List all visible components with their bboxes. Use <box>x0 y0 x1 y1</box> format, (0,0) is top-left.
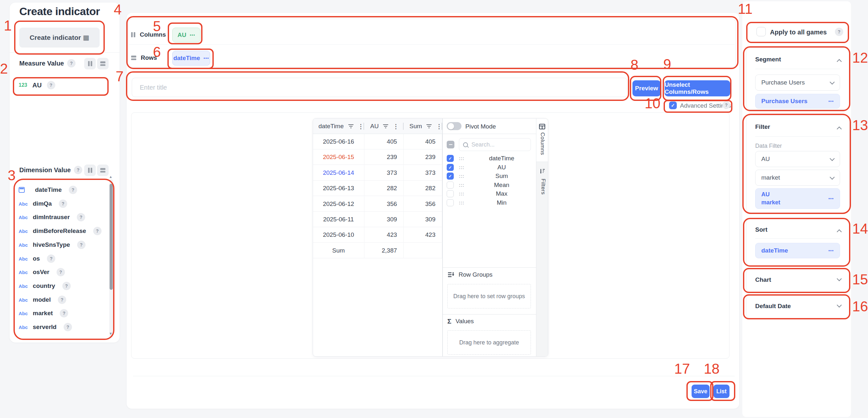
annotation-box-16 <box>743 294 850 319</box>
annotation-box-9 <box>663 76 732 101</box>
tab-divider <box>536 162 548 162</box>
pivot-field-min[interactable]: :::Min <box>447 198 536 207</box>
cell-au: 405 <box>365 134 404 149</box>
row-groups-header: Row Groups <box>447 271 493 278</box>
filter-icon[interactable] <box>383 124 388 129</box>
annotation-number-3: 3 <box>8 168 16 183</box>
row-groups-dropzone[interactable]: Drag here to set row groups <box>447 284 531 309</box>
cell-datetime: 2025-06-11 <box>313 212 365 227</box>
filter-icon[interactable] <box>427 124 432 129</box>
cell-au: 373 <box>365 165 404 180</box>
cell-au: 2,387 <box>365 243 404 258</box>
annotation-box-15 <box>743 268 850 293</box>
page-title: Create indicator <box>19 5 100 18</box>
cell-au: 239 <box>365 150 404 164</box>
annotation-box-18 <box>710 381 735 401</box>
filter-icon[interactable] <box>348 124 353 129</box>
grid-header-datetime[interactable]: dateTime ⋮ <box>318 119 364 134</box>
annotation-number-2: 2 <box>0 62 8 76</box>
annotation-box-2 <box>13 77 108 96</box>
drag-handle-icon[interactable]: ::: <box>459 200 464 205</box>
annotation-box-6 <box>167 49 214 69</box>
values-header: Σ Values <box>447 317 474 325</box>
annotation-number-5: 5 <box>153 19 161 33</box>
measure-section-title: Measure Value <box>19 60 64 67</box>
field-checkbox[interactable] <box>447 190 454 197</box>
dimension-columns-view-button[interactable] <box>84 164 96 176</box>
tab-filters-label: Filters <box>540 179 546 195</box>
header-label: Sum <box>409 123 422 130</box>
drag-handle-icon[interactable]: ::: <box>459 174 464 178</box>
header-separator <box>403 123 404 130</box>
annotation-number-6: 6 <box>153 45 161 59</box>
annotation-number-10: 10 <box>645 96 660 110</box>
cell-datetime: 2025-06-15 <box>313 150 365 164</box>
drag-handle-icon[interactable]: ::: <box>459 183 464 187</box>
measure-rows-view-button[interactable] <box>97 58 108 69</box>
dimension-section-header: Dimension Value ? <box>19 166 82 174</box>
pivot-field-datetime[interactable]: ✓:::dateTime <box>447 154 536 163</box>
grid-header-sum[interactable]: Sum ⋮ <box>409 119 442 134</box>
select-all-fields-checkbox[interactable] <box>447 141 455 149</box>
tab-columns-label: Columns <box>539 132 546 155</box>
dimension-help-icon[interactable]: ? <box>74 166 82 174</box>
grid-header-au[interactable]: AU ⋮ <box>370 119 404 134</box>
annotation-box-7 <box>126 71 629 101</box>
pivot-mode-toggle[interactable] <box>447 122 462 130</box>
cell-sum: 356 <box>404 196 442 212</box>
cell-sum <box>404 243 442 258</box>
field-checkbox[interactable]: ✓ <box>447 172 454 180</box>
row-groups-icon <box>447 271 455 278</box>
column-menu-icon[interactable]: ⋮ <box>393 123 399 129</box>
row-groups-title: Row Groups <box>459 271 493 278</box>
field-checkbox[interactable]: ✓ <box>447 155 454 162</box>
measure-help-icon[interactable]: ? <box>67 59 75 67</box>
cell-au: 423 <box>365 227 404 242</box>
field-label: Max <box>469 190 535 197</box>
values-dropzone[interactable]: Drag here to aggregate <box>447 330 531 355</box>
columns-tab-icon <box>539 123 545 130</box>
cell-datetime: 2025-06-10 <box>313 227 365 242</box>
annotation-number-8: 8 <box>630 58 638 72</box>
dimension-section-title: Dimension Value <box>19 166 71 174</box>
annotation-number-17: 17 <box>674 362 690 376</box>
cell-sum: 239 <box>404 150 442 164</box>
annotation-number-4: 4 <box>114 3 122 17</box>
table-row: 2025-06-13282282 <box>313 181 442 196</box>
cell-au: 356 <box>365 196 404 212</box>
pivot-field-au[interactable]: ✓:::AU <box>447 163 536 171</box>
annotation-box-5 <box>168 23 203 44</box>
drag-handle-icon[interactable]: ::: <box>459 165 464 170</box>
field-checkbox[interactable] <box>447 182 454 189</box>
cell-datetime: 2025-06-13 <box>313 181 365 196</box>
pivot-field-mean[interactable]: :::Mean <box>447 181 536 189</box>
annotation-box-4 <box>126 16 739 69</box>
measure-columns-view-button[interactable] <box>84 58 96 69</box>
drag-handle-icon[interactable]: ::: <box>459 192 464 196</box>
cell-sum: 405 <box>404 134 442 149</box>
scroll-up-icon[interactable]: ▲ <box>109 175 113 179</box>
field-checkbox[interactable]: ✓ <box>447 164 454 171</box>
cell-datetime: 2025-06-14 <box>313 165 365 180</box>
cell-datetime: 2025-06-12 <box>313 196 365 212</box>
footer-divider <box>133 376 735 376</box>
table-row: 2025-06-10423423 <box>313 227 442 243</box>
field-search-input[interactable] <box>471 141 527 149</box>
rows-bars-icon <box>100 168 105 172</box>
field-search-wrap <box>459 138 531 151</box>
drag-handle-icon[interactable]: ::: <box>459 156 464 161</box>
annotation-box-1 <box>14 21 105 55</box>
tool-divider <box>442 267 536 268</box>
cell-au: 309 <box>365 212 404 227</box>
annotation-box-3 <box>13 179 115 340</box>
cell-sum: 282 <box>404 181 442 196</box>
field-checkbox[interactable] <box>447 199 454 206</box>
pivot-field-sum[interactable]: ✓:::Sum <box>447 172 536 180</box>
pivot-field-max[interactable]: :::Max <box>447 190 536 198</box>
field-label: Min <box>469 199 535 206</box>
header-label: dateTime <box>318 123 344 130</box>
dimension-rows-view-button[interactable] <box>97 164 108 176</box>
pivot-panel-border <box>442 119 443 356</box>
field-label: Sum <box>469 172 535 180</box>
column-menu-icon[interactable]: ⋮ <box>358 123 364 129</box>
